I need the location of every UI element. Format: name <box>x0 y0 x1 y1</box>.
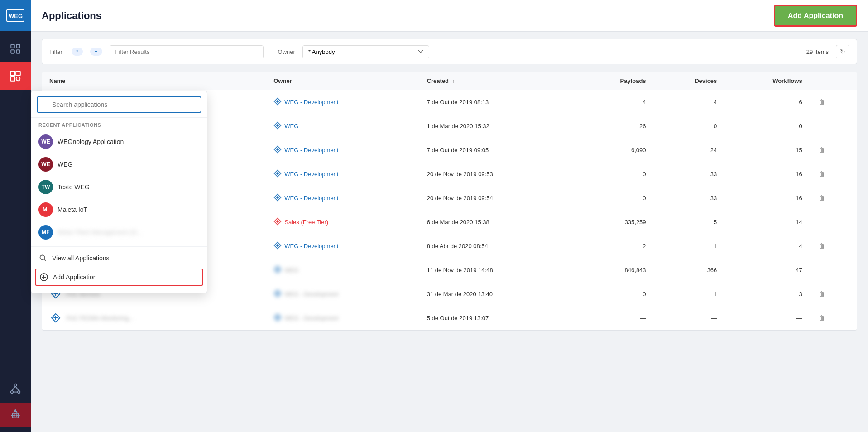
app-avatar: MI <box>38 202 53 217</box>
cell-payloads: 846,843 <box>575 258 653 282</box>
cell-created: 5 de Out de 2019 13:07 <box>420 306 575 330</box>
dropdown-app-name: Teste WEG <box>58 183 90 191</box>
dropdown-app-item[interactable]: WE WEG <box>31 153 207 176</box>
svg-point-11 <box>11 390 13 393</box>
owner-icon <box>273 217 282 227</box>
svg-line-65 <box>44 259 46 261</box>
filter-tag-plus[interactable]: + <box>90 48 102 56</box>
svg-rect-5 <box>16 50 20 53</box>
dropdown-app-item[interactable]: MI Maleta IoT <box>31 198 207 221</box>
dropdown-app-item[interactable]: MF Motor Fleet Management (D... <box>31 221 207 244</box>
cell-devices: 5 <box>653 210 724 234</box>
col-payloads[interactable]: Payloads <box>575 72 653 90</box>
cell-workflows: 4 <box>724 234 809 258</box>
owner-link[interactable]: WEG - Development <box>273 313 412 323</box>
view-all-applications-item[interactable]: View all Applications <box>31 250 207 267</box>
owner-link[interactable]: Sales (Free Tier) <box>273 217 412 227</box>
cell-owner: WEG - Development <box>266 186 419 210</box>
delete-button[interactable]: 🗑 <box>817 192 827 203</box>
refresh-button[interactable]: ↻ <box>836 45 849 58</box>
cell-devices: 24 <box>653 138 724 162</box>
cell-devices: 366 <box>653 258 724 282</box>
dropdown-app-name: Maleta IoT <box>58 206 87 213</box>
cell-payloads: 0 <box>575 162 653 186</box>
owner-link[interactable]: WEG - Development <box>273 97 412 107</box>
col-name[interactable]: Name <box>42 72 266 90</box>
sidebar-item-dashboard[interactable] <box>0 35 31 62</box>
cell-workflows: 3 <box>724 282 809 306</box>
sidebar: WEG <box>0 0 31 432</box>
cell-created: 7 de Out de 2019 08:13 <box>420 90 575 114</box>
filter-tag-asterisk[interactable]: * <box>72 48 83 56</box>
cell-delete: 🗑 <box>810 234 857 258</box>
owner-link[interactable]: WEG <box>273 265 412 275</box>
logo[interactable]: WEG <box>0 0 31 31</box>
filter-input[interactable] <box>110 45 264 58</box>
cell-owner: WEG <box>266 114 419 138</box>
cell-delete: 🗑 <box>810 186 857 210</box>
cell-workflows: 16 <box>724 162 809 186</box>
owner-label: Owner <box>278 48 295 55</box>
col-created[interactable]: Created ↑ <box>420 72 575 90</box>
delete-button[interactable]: 🗑 <box>817 96 827 107</box>
add-application-button[interactable]: Add Application <box>774 5 857 27</box>
delete-button[interactable]: 🗑 <box>817 288 827 299</box>
owner-select[interactable]: * Anybody <box>302 45 429 58</box>
owner-icon <box>273 313 282 323</box>
dropdown-search-box: 🔍 <box>31 96 207 118</box>
cell-payloads: 335,259 <box>575 210 653 234</box>
svg-rect-7 <box>16 71 20 76</box>
delete-button[interactable]: 🗑 <box>817 144 827 155</box>
application-search-input[interactable] <box>37 96 201 113</box>
svg-text:WEG: WEG <box>9 13 23 19</box>
svg-point-19 <box>16 415 17 416</box>
cell-payloads: 2 <box>575 234 653 258</box>
owner-link[interactable]: WEG - Development <box>273 145 412 155</box>
owner-link[interactable]: WEG - Development <box>273 289 412 299</box>
cell-owner: WEG <box>266 258 419 282</box>
cell-payloads: — <box>575 306 653 330</box>
cell-devices: — <box>653 306 724 330</box>
cell-payloads: 0 <box>575 186 653 210</box>
page-title: Applications <box>42 10 774 22</box>
svg-line-14 <box>15 386 19 391</box>
delete-button[interactable]: 🗑 <box>817 312 827 323</box>
svg-rect-3 <box>16 44 20 48</box>
sidebar-item-network[interactable] <box>0 376 31 401</box>
delete-button[interactable]: 🗑 <box>817 240 827 251</box>
cell-created: 31 de Mar de 2020 13:40 <box>420 282 575 306</box>
owner-icon <box>273 145 282 155</box>
svg-point-12 <box>18 390 20 393</box>
app-avatar: WE <box>38 157 53 172</box>
add-application-dropdown-item[interactable]: Add Application <box>35 269 203 286</box>
owner-link[interactable]: WEG - Development <box>273 241 412 251</box>
col-workflows[interactable]: Workflows <box>724 72 809 90</box>
cell-owner: WEG - Development <box>266 234 419 258</box>
dropdown-app-name: WEG <box>58 161 72 168</box>
app-avatar: WE <box>38 134 53 149</box>
header: Applications Add Application <box>31 0 868 32</box>
cell-devices: 33 <box>653 186 724 210</box>
dropdown-app-item[interactable]: WE WEGnology Application <box>31 130 207 153</box>
cell-devices: 1 <box>653 234 724 258</box>
cell-created: 11 de Nov de 2019 14:48 <box>420 258 575 282</box>
cell-created: 6 de Mar de 2020 15:38 <box>420 210 575 234</box>
app-name-link[interactable]: PoC FESWx Monitoring... <box>67 315 134 322</box>
svg-rect-4 <box>11 50 14 53</box>
view-all-label: View all Applications <box>52 254 110 262</box>
owner-link[interactable]: WEG - Development <box>273 169 412 179</box>
col-owner[interactable]: Owner <box>266 72 419 90</box>
dropdown-app-item[interactable]: TW Teste WEG <box>31 176 207 198</box>
svg-point-64 <box>40 255 45 260</box>
cell-owner: Sales (Free Tier) <box>266 210 419 234</box>
col-actions <box>810 72 857 90</box>
owner-link[interactable]: WEG - Development <box>273 193 412 203</box>
svg-point-23 <box>15 410 16 411</box>
sidebar-item-robot[interactable] <box>0 403 31 427</box>
owner-link[interactable]: WEG <box>273 121 412 131</box>
recent-apps-list: WE WEGnology Application WE WEG TW Teste… <box>31 130 207 244</box>
sidebar-item-applications[interactable] <box>0 62 31 90</box>
delete-button[interactable]: 🗑 <box>817 168 827 179</box>
cell-owner: WEG - Development <box>266 162 419 186</box>
col-devices[interactable]: Devices <box>653 72 724 90</box>
